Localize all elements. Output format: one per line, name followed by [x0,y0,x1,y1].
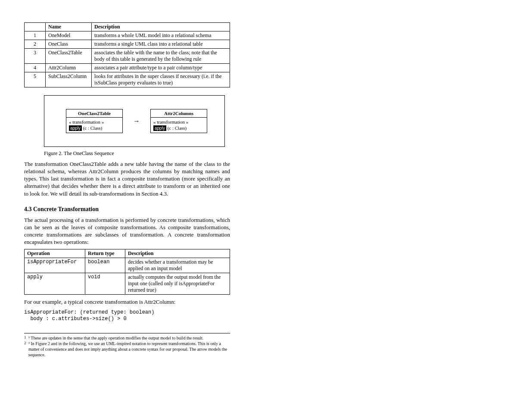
footnote-separator [24,333,230,333]
figure-2: OneClass2Table « transformation » apply … [44,95,225,147]
class-box-right: Attr2Columns « transformation » apply (c… [150,109,207,134]
apply-keyword: apply [69,125,82,131]
table-row: 4 Attr2Column associates a pair attribut… [25,64,230,72]
apply-args: (c : Class) [83,125,103,131]
paragraph: The actual processing of a transformatio… [24,216,230,246]
t1-head-index [25,23,46,31]
arrow-icon: → [133,117,140,125]
table-2: Operation Return type Description isAppr… [24,249,230,295]
t2-head-desc: Description [125,249,230,258]
table-row: 1 OneModel transforms a whole UML model … [25,31,230,40]
paragraph: For our example, a typical concrete tran… [24,298,230,305]
table-1: Name Description 1 OneModel transforms a… [24,22,230,87]
apply-keyword: apply [153,125,166,131]
paragraph: The transformation OneClass2Table adds a… [24,160,230,197]
table-row: 3 OneClass2Table associates the table wi… [25,49,230,64]
class-title: Attr2Columns [151,109,207,118]
section-4-3-title: 4.3 Concrete Transformation [24,206,230,213]
t1-head-desc: Description [92,23,230,31]
stereotype: « transformation » [69,119,120,125]
t2-head-op: Operation [25,249,85,258]
class-title: OneClass2Table [66,109,122,118]
table-row: apply void actually computes the output … [25,273,230,295]
figure-2-caption: Figure 2. The OneClass Sequence [44,150,230,157]
footnote-2: 2² In Figure 2 and in the following, we … [24,341,230,358]
code-block: isAppropriateFor: (returned type: boolea… [24,309,230,323]
footnote-1: 1¹ These are updates in the sense that t… [24,335,203,341]
stereotype: « transformation » [153,119,204,125]
t2-head-ret: Return type [85,249,125,258]
apply-args: (c : Class) [168,125,187,131]
t1-head-name: Name [46,23,92,31]
table-row: 2 OneClass transforms a single UML class… [25,40,230,49]
table-row: 5 SubClass2Column looks for attributes i… [25,72,230,87]
class-box-left: OneClass2Table « transformation » apply … [66,109,123,134]
table-row: isAppropriateFor boolean decides whether… [25,258,230,273]
